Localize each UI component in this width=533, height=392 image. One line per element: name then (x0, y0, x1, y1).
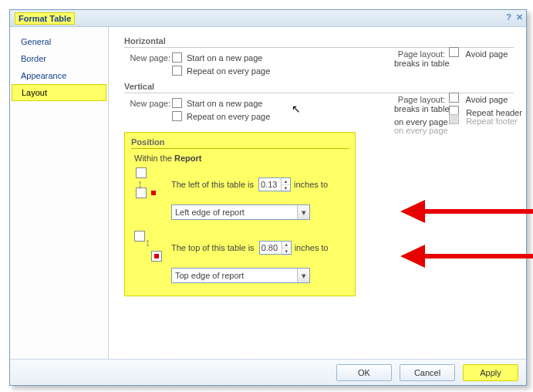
top-value: 0.80 (261, 243, 278, 252)
content-pane: Horizontal New page: Start on a new page… (109, 27, 526, 359)
sidebar-item-general[interactable]: General (10, 33, 108, 50)
chevron-down-icon[interactable]: ▾ (297, 205, 309, 219)
ok-button[interactable]: OK (336, 364, 392, 381)
apply-button[interactable]: Apply (463, 364, 518, 381)
top-reference-dropdown[interactable]: Top edge of report ▾ (171, 268, 310, 283)
sidebar-item-border[interactable]: Border (10, 50, 108, 67)
h-startnew-checkbox[interactable] (172, 52, 182, 63)
h-avoid-checkbox[interactable] (449, 47, 459, 57)
left-unit: inches to (294, 180, 328, 189)
sidebar-item-layout[interactable]: Layout (12, 84, 106, 101)
chevron-down-icon[interactable]: ▾ (297, 269, 309, 282)
annotation-arrow-top (400, 242, 533, 272)
spin-down-icon[interactable]: ▼ (282, 248, 291, 255)
top-unit: inches to (295, 243, 329, 252)
position-group-highlight: Position Within the Report ↕ (124, 132, 356, 296)
v-repeat-checkbox[interactable] (172, 111, 182, 121)
dialog-footer: OK Cancel Apply (10, 359, 526, 385)
help-icon[interactable]: ? (506, 12, 511, 22)
v-avoid-checkbox[interactable] (449, 93, 459, 103)
within-label: Within the Report (134, 154, 349, 163)
left-value-input[interactable]: 0.13 ▲ ▼ (258, 177, 291, 191)
dialog-title: Format Table (15, 12, 75, 25)
close-icon[interactable]: ✕ (516, 12, 523, 22)
v-startnew-text: Start on a new page (187, 99, 262, 108)
cancel-button[interactable]: Cancel (400, 364, 455, 381)
sidebar: General Border Appearance Layout (10, 27, 109, 359)
sidebar-item-appearance[interactable]: Appearance (10, 67, 108, 84)
top-position-icon: ↕ (134, 231, 164, 265)
titlebar: Format Table ? ✕ (10, 10, 526, 27)
v-repeat-footer-checkbox (449, 114, 459, 124)
v-startnew-checkbox[interactable] (172, 98, 182, 108)
left-ref-text: Left edge of report (175, 208, 245, 217)
v-repeat-text: Repeat on every page (187, 112, 270, 121)
left-text: The left of this table is (171, 180, 254, 189)
group-vertical-label: Vertical (124, 82, 514, 91)
within-prefix: Within the (134, 154, 174, 163)
top-value-input[interactable]: 0.80 ▲ ▼ (259, 241, 292, 255)
group-horizontal-label: Horizontal (124, 36, 514, 46)
format-table-dialog: Format Table ? ✕ General Border Appearan… (9, 9, 527, 386)
spin-up-icon[interactable]: ▲ (282, 242, 291, 248)
top-spinner[interactable]: ▲ ▼ (282, 242, 291, 254)
within-scope: Report (174, 154, 201, 163)
left-value: 0.13 (261, 180, 277, 189)
h-startnew-text: Start on a new page (187, 53, 262, 63)
h-newpage-label: New page: (124, 53, 170, 63)
top-text: The top of this table is (171, 243, 255, 252)
left-position-icon: ↕ (134, 167, 164, 201)
top-ref-text: Top edge of report (175, 271, 244, 280)
v-layout-label: Page layout: (394, 95, 445, 104)
annotation-arrow-left (400, 197, 533, 228)
spin-up-icon[interactable]: ▲ (282, 178, 290, 185)
left-reference-dropdown[interactable]: Left edge of report ▾ (171, 204, 310, 220)
v-newpage-label: New page: (124, 99, 170, 108)
h-repeat-checkbox[interactable] (172, 66, 182, 76)
left-spinner[interactable]: ▲ ▼ (281, 178, 290, 191)
h-repeat-text: Repeat on every page (187, 66, 270, 76)
group-position-label: Position (131, 137, 349, 147)
h-layout-label: Page layout: (394, 49, 445, 59)
spin-down-icon[interactable]: ▼ (282, 185, 290, 192)
